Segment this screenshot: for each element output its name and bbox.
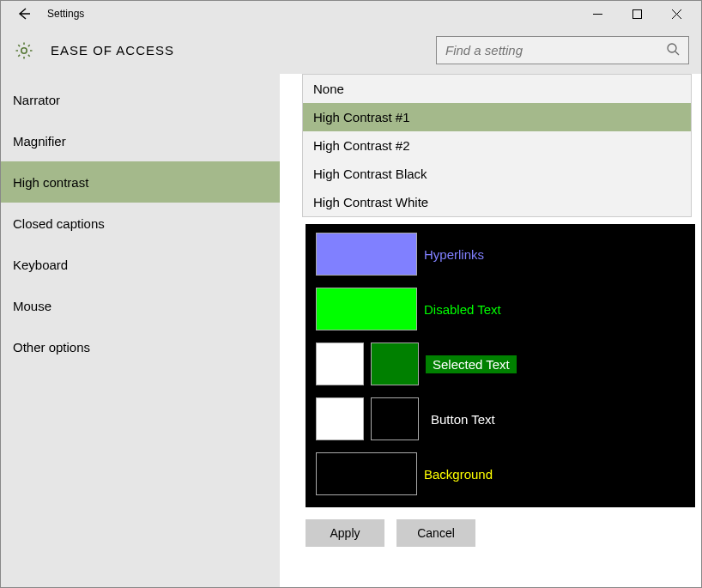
hyperlinks-label: Hyperlinks [424, 247, 484, 262]
dropdown-item-label: None [313, 82, 344, 96]
sidebar-item-closed-captions[interactable]: Closed captions [1, 203, 280, 244]
preview-row-selected: Selected Text [316, 342, 685, 385]
dropdown-item-hc1[interactable]: High Contrast #1 [303, 103, 691, 131]
selected-label: Selected Text [426, 355, 517, 373]
back-button[interactable] [13, 3, 35, 25]
content: None High Contrast #1 High Contrast #2 H… [280, 74, 701, 587]
disabled-swatch[interactable] [316, 288, 417, 330]
page-title: EASE OF ACCESS [51, 43, 436, 58]
header: EASE OF ACCESS [1, 27, 701, 74]
disabled-label: Disabled Text [424, 302, 501, 317]
sidebar-item-magnifier[interactable]: Magnifier [1, 120, 280, 161]
content-inner: None High Contrast #1 High Contrast #2 H… [302, 74, 701, 587]
preview-row-hyperlinks: Hyperlinks [316, 233, 685, 276]
dropdown-item-label: High Contrast #2 [313, 138, 410, 153]
sidebar-item-label: High contrast [13, 175, 88, 190]
dropdown-item-hc-white[interactable]: High Contrast White [303, 188, 691, 216]
dropdown-item-label: High Contrast Black [313, 167, 427, 181]
sidebar-item-label: Magnifier [13, 134, 66, 149]
search-icon [666, 42, 680, 58]
maximize-button[interactable] [617, 2, 657, 26]
sidebar-item-label: Other options [13, 340, 90, 355]
settings-window: Settings EASE OF ACCESS Narrator Magnifi… [0, 0, 702, 588]
theme-preview: Hyperlinks Disabled Text Selected Text [306, 224, 695, 507]
svg-point-4 [21, 47, 27, 52]
apply-button[interactable]: Apply [306, 519, 384, 547]
button-bg-swatch[interactable] [371, 397, 419, 440]
selected-bg-swatch[interactable] [371, 342, 419, 385]
background-swatch[interactable] [316, 452, 417, 495]
hyperlinks-swatch[interactable] [316, 233, 417, 276]
sidebar-item-keyboard[interactable]: Keyboard [1, 244, 280, 285]
dropdown-item-label: High Contrast White [313, 195, 428, 209]
sidebar-item-high-contrast[interactable]: High contrast [1, 161, 280, 203]
button-fg-swatch[interactable] [316, 397, 364, 440]
button-bar: Apply Cancel [306, 507, 701, 547]
dropdown-item-hc-black[interactable]: High Contrast Black [303, 160, 691, 188]
body: Narrator Magnifier High contrast Closed … [1, 74, 701, 587]
background-label: Background [424, 467, 493, 482]
theme-dropdown[interactable]: None High Contrast #1 High Contrast #2 H… [302, 74, 692, 217]
sidebar-item-label: Closed captions [13, 216, 105, 231]
sidebar-item-narrator[interactable]: Narrator [1, 79, 280, 120]
preview-row-disabled: Disabled Text [316, 288, 685, 330]
search-box[interactable] [436, 36, 689, 64]
close-button[interactable] [657, 2, 696, 26]
window-title: Settings [47, 8, 578, 20]
sidebar-item-mouse[interactable]: Mouse [1, 285, 280, 326]
titlebar: Settings [1, 1, 701, 27]
cancel-button[interactable]: Cancel [396, 519, 475, 547]
minimize-button[interactable] [578, 2, 617, 26]
window-controls [578, 2, 696, 26]
svg-point-5 [668, 44, 676, 52]
svg-rect-1 [632, 9, 641, 18]
dropdown-item-label: High Contrast #1 [313, 110, 410, 124]
sidebar-item-label: Mouse [13, 299, 51, 313]
preview-row-background: Background [316, 452, 685, 495]
sidebar-item-label: Keyboard [13, 258, 68, 272]
sidebar-item-label: Narrator [13, 93, 60, 107]
preview-row-button: Button Text [316, 397, 685, 440]
sidebar: Narrator Magnifier High contrast Closed … [1, 74, 280, 587]
selected-fg-swatch[interactable] [316, 342, 364, 385]
svg-line-6 [675, 52, 679, 55]
search-input[interactable] [445, 37, 666, 64]
dropdown-item-hc2[interactable]: High Contrast #2 [303, 131, 691, 160]
button-label: Button Text [431, 412, 495, 427]
dropdown-item-none[interactable]: None [303, 75, 691, 103]
sidebar-item-other-options[interactable]: Other options [1, 326, 280, 367]
gear-icon [13, 39, 35, 62]
